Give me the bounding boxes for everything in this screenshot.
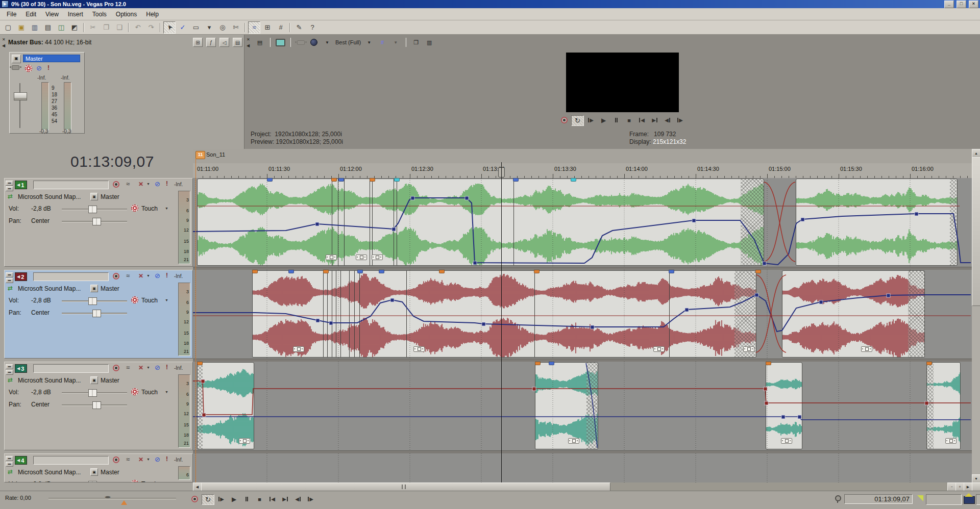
- copy-button[interactable]: ❐: [100, 21, 112, 34]
- overlays-dropdown-icon[interactable]: ▼: [390, 37, 401, 47]
- phase-invert-button[interactable]: !: [166, 455, 168, 463]
- go-to-start-button[interactable]: ◀: [636, 115, 648, 125]
- snapping-button[interactable]: #: [275, 21, 287, 34]
- track-header-2[interactable]: ▬▬◀2≈✕▼⊘!-Inf.⇄Microsoft Sound Map...▣Ma…: [4, 270, 193, 359]
- insert-bus-button[interactable]: ⊞: [193, 38, 203, 47]
- track-minimize-button[interactable]: ▬: [6, 272, 13, 277]
- insert-assignable-fx-button[interactable]: ƒ: [206, 38, 216, 47]
- status-timecode[interactable]: 01:13:09,07: [844, 494, 913, 504]
- timecode-display[interactable]: 01:13:09,07: [36, 153, 189, 170]
- bus-assign-button[interactable]: ▣: [90, 285, 98, 292]
- master-bus-icon[interactable]: ▣: [12, 55, 21, 63]
- track-header-1[interactable]: ▬▬◀1≈✕▼⊘!-Inf.⇄Microsoft Sound Map...▣Ma…: [4, 178, 193, 267]
- paint-tool-button[interactable]: ✎: [293, 21, 305, 34]
- io-routing-icon[interactable]: ⇄: [8, 376, 13, 384]
- undo-button[interactable]: ↶: [132, 21, 144, 34]
- menu-view[interactable]: View: [41, 9, 63, 19]
- track-envelope-button[interactable]: ≈: [126, 364, 130, 371]
- track-restore-button[interactable]: ▬: [6, 462, 13, 467]
- cut-button[interactable]: ✂: [87, 21, 99, 34]
- audio-event[interactable]: [252, 270, 756, 358]
- timecode-pin-icon[interactable]: [835, 495, 841, 501]
- track-envelope-button[interactable]: ≈: [126, 455, 130, 463]
- previous-frame-button[interactable]: ◀: [662, 115, 673, 125]
- audio-event[interactable]: [197, 362, 254, 449]
- previous-frame-button[interactable]: ◀: [292, 494, 304, 504]
- zoom-out-button[interactable]: −: [947, 482, 956, 491]
- record-arm-button[interactable]: [113, 273, 119, 279]
- pause-button[interactable]: [610, 115, 622, 125]
- track-name-input[interactable]: [33, 272, 109, 281]
- record-arm-button[interactable]: [113, 181, 119, 188]
- stop-button[interactable]: ■: [623, 115, 635, 125]
- close-button[interactable]: ×: [969, 1, 978, 8]
- auto-ripple-button[interactable]: ≈: [248, 21, 260, 34]
- new-project-button[interactable]: ▢: [2, 21, 14, 34]
- track-number-badge[interactable]: ◀3: [15, 364, 27, 373]
- copy-snapshot-button[interactable]: ❐: [411, 37, 421, 47]
- phase-invert-button[interactable]: !: [166, 272, 168, 279]
- io-plug-icon[interactable]: [12, 65, 19, 70]
- playhead-flag[interactable]: [498, 167, 505, 177]
- master-fader-handle[interactable]: [14, 92, 27, 100]
- crossfade-badge[interactable]: [372, 254, 383, 260]
- close-icon[interactable]: ✕: [2, 38, 6, 42]
- audio-event[interactable]: [766, 362, 802, 449]
- whats-this-help-button[interactable]: ?: [306, 21, 318, 34]
- open-project-button[interactable]: ▣: [15, 21, 28, 34]
- vertical-scrollbar[interactable]: ▲▼: [972, 149, 980, 491]
- rate-marker-icon[interactable]: [121, 500, 127, 505]
- marker-bar[interactable]: 11Son_11: [193, 149, 972, 164]
- track-header-3[interactable]: ▬▬◀3≈✕▼⊘!-Inf.⇄Microsoft Sound Map...▣Ma…: [4, 362, 193, 450]
- pan-slider[interactable]: [62, 221, 127, 222]
- downmix-output-button[interactable]: ◁: [219, 38, 229, 47]
- track-header-4[interactable]: ▬▬◀4≈✕▼⊘!-Inf.⇄Microsoft Sound Map...▣Ma…: [4, 453, 193, 482]
- collapse-icon[interactable]: ◀: [247, 44, 250, 48]
- audio-event[interactable]: [926, 362, 961, 449]
- track-restore-button[interactable]: ▬: [6, 370, 13, 375]
- save-project-button[interactable]: ▥: [29, 21, 41, 34]
- envelope-edit-tool-button[interactable]: ✓: [177, 21, 189, 34]
- loop-playback-button[interactable]: ↻: [202, 494, 214, 505]
- volume-automation-icon[interactable]: [131, 480, 138, 482]
- track-envelope-button[interactable]: ≈: [126, 180, 130, 188]
- io-routing-icon[interactable]: ⇄: [8, 468, 13, 475]
- next-frame-button[interactable]: ▶: [305, 494, 316, 504]
- pan-slider-handle[interactable]: [92, 218, 101, 225]
- crossfade-badge[interactable]: [781, 438, 792, 444]
- menu-file[interactable]: File: [2, 9, 21, 19]
- record-arm-button[interactable]: [113, 456, 119, 463]
- save-snapshot-button[interactable]: ▥: [424, 37, 434, 47]
- mixing-console-button[interactable]: ▤: [233, 38, 242, 47]
- mute-dropdown-icon[interactable]: ▼: [146, 274, 150, 277]
- pan-slider[interactable]: [62, 313, 127, 314]
- overlays-button[interactable]: #: [377, 37, 387, 47]
- pan-slider[interactable]: [62, 404, 127, 406]
- mute-button[interactable]: ✕: [138, 181, 143, 188]
- hscroll-left-icon[interactable]: ◀: [193, 482, 202, 491]
- track-restore-button[interactable]: ▬: [6, 186, 13, 191]
- track-name-input[interactable]: [33, 364, 109, 373]
- capture-video-button[interactable]: ◩: [68, 21, 81, 34]
- go-to-end-button[interactable]: ▶: [649, 115, 660, 125]
- edit-tool-dropdown[interactable]: ▾: [203, 21, 215, 34]
- track-minimize-button[interactable]: ▬: [6, 364, 13, 369]
- record-button[interactable]: [558, 115, 570, 125]
- vscroll-down-icon[interactable]: ▼: [972, 474, 980, 483]
- volume-automation-icon[interactable]: [131, 388, 138, 395]
- crossfade-badge[interactable]: [293, 346, 304, 352]
- automation-gear-icon[interactable]: [25, 65, 32, 72]
- preview-quality-dropdown-icon[interactable]: ▼: [364, 37, 374, 47]
- mute-dropdown-icon[interactable]: ▼: [146, 366, 150, 369]
- zoom-in-button[interactable]: +: [955, 482, 964, 491]
- pan-slider-handle[interactable]: [92, 401, 101, 409]
- volume-slider-handle[interactable]: [88, 206, 97, 213]
- volume-automation-icon[interactable]: [131, 296, 138, 303]
- volume-slider[interactable]: [62, 392, 127, 394]
- bus-assign-button[interactable]: ▣: [90, 468, 98, 476]
- volume-slider-handle[interactable]: [88, 389, 97, 397]
- split-screen-dropdown-icon[interactable]: ▼: [322, 37, 332, 47]
- automation-dropdown-icon[interactable]: ▼: [165, 207, 168, 210]
- audio-event[interactable]: [535, 362, 598, 449]
- record-button[interactable]: [189, 494, 201, 504]
